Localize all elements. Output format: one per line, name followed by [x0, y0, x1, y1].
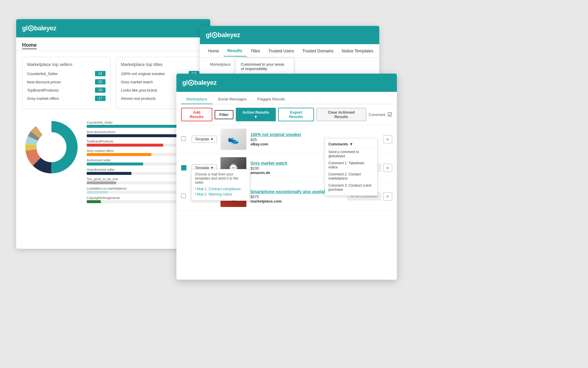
top-sellers-card: Marketplace top sellers Counterfeit_Sell…	[22, 57, 111, 109]
main-sub-tabs: MarketplaceSocial MessagesFlagged Result…	[176, 92, 397, 104]
top-titles-title: Marketplace top titles	[121, 62, 199, 67]
seller-item-3: TopBrandProducts 19	[27, 87, 106, 93]
results-nav-header: glbaleyez	[200, 26, 379, 44]
check-wrap-2[interactable]	[181, 165, 188, 170]
template-button-1[interactable]: Template ▼	[192, 136, 217, 143]
export-results-button[interactable]: Export Results	[278, 108, 314, 121]
check-wrap-3[interactable]	[181, 193, 188, 199]
nav-tab-home[interactable]: Home	[205, 46, 223, 56]
comment-item[interactable]: Comment 3: Conduct a test purchase	[325, 182, 377, 193]
home-nav: Home	[16, 37, 210, 51]
comment-item[interactable]: Comment 1: Takedown notice	[325, 160, 377, 171]
donut-chart	[22, 118, 81, 177]
filter-button[interactable]: Filter	[215, 110, 233, 119]
result-source-3: marketplace.com	[250, 199, 345, 203]
nav-tab-notice-templates[interactable]: Notice Templates	[338, 46, 377, 56]
svg-point-7	[39, 135, 64, 160]
select-all-checkbox[interactable]: ☑	[387, 111, 392, 118]
main-sub-tab-marketplace[interactable]: Marketplace	[181, 95, 213, 104]
mail-item[interactable]: • Mail 2: Warning notice	[195, 192, 246, 196]
home-nav-link[interactable]: Home	[22, 42, 37, 49]
clear-actioned-button[interactable]: Clear Actioned Results	[316, 108, 366, 121]
logo-results-nav: glbaleyez	[206, 31, 240, 39]
main-sub-tab-social-messages[interactable]: Social Messages	[213, 95, 252, 104]
results-nav-tabs: HomeResultsTitlesTrusted UsersTrusted Do…	[200, 44, 379, 58]
star-button-2[interactable]: ★	[383, 164, 392, 172]
nav-tab-trusted-users[interactable]: Trusted Users	[265, 46, 298, 56]
seller-item-2: best.discount.prices 22	[27, 79, 106, 84]
check-wrap-1[interactable]	[181, 136, 188, 142]
main-toolbar: Add Results Filter Action Results ▼ Expo…	[176, 104, 397, 125]
comment-item[interactable]: Comment 2: Contact marketplace	[325, 171, 377, 182]
main-header: glbaleyez	[176, 74, 397, 92]
star-button-3[interactable]: ★	[383, 192, 392, 200]
result-title-1[interactable]: 100% not original sneaker	[250, 132, 380, 137]
comments-dropdown-1: Comments ▼ Send a comment to globaleyezC…	[325, 138, 377, 196]
results-list: Template ▼ 👟 100% not original sneaker $…	[176, 125, 397, 211]
result-actions-1: Comments ▼ Send a comment to globaleyezC…	[383, 135, 392, 143]
comment-item[interactable]: Send a comment to globaleyez	[325, 148, 377, 160]
result-check-2[interactable]	[181, 165, 186, 170]
comment-col-label: Comment	[369, 112, 385, 117]
main-sub-tab-flagged-results[interactable]: Flagged Results	[252, 95, 290, 104]
template-popup-2: Choose a mail from your templates and se…	[191, 169, 250, 201]
star-button-1[interactable]: ★	[383, 135, 392, 143]
seller-item-1: Counterfeit_Seller 24	[27, 71, 106, 76]
panel-main: glbaleyez MarketplaceSocial MessagesFlag…	[176, 74, 397, 280]
action-results-button[interactable]: Action Results ▼	[236, 108, 276, 121]
home-header: glbaleyez	[16, 19, 210, 37]
seller-item-4: Grey-market-offers 17	[27, 96, 106, 101]
result-row-1: Template ▼ 👟 100% not original sneaker $…	[176, 125, 397, 154]
toolbar-right: Comment ☑	[369, 111, 392, 118]
mail-item[interactable]: • Mail 1: Contract compliance	[195, 187, 246, 191]
logo-main: glbaleyez	[182, 79, 217, 87]
nav-tab-trusted-domains[interactable]: Trusted Domains	[299, 46, 337, 56]
sub-tab-marketplace[interactable]: Marketplace	[205, 60, 236, 69]
nav-tab-results[interactable]: Results	[224, 45, 246, 57]
add-results-button[interactable]: Add Results	[181, 108, 212, 121]
results-tooltip: Customised to your areas of responsibili…	[235, 58, 294, 75]
nav-tab-titles[interactable]: Titles	[247, 46, 264, 56]
result-check-3[interactable]	[181, 193, 186, 198]
logo-home: glbaleyez	[22, 24, 56, 32]
result-check-1[interactable]	[181, 136, 186, 141]
result-image-1: 👟	[220, 129, 246, 150]
top-sellers-title: Marketplace top sellers	[27, 62, 106, 67]
